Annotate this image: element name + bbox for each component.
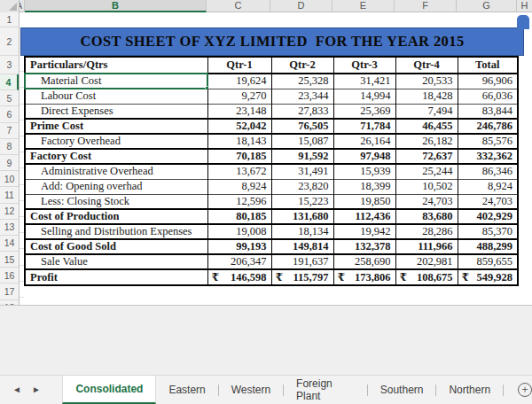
cell[interactable]: 332,362 bbox=[458, 149, 518, 164]
row-header-10[interactable]: 10 bbox=[0, 171, 19, 187]
row-header-5[interactable]: 5 bbox=[0, 90, 19, 106]
header-particulars[interactable]: Particulars/Qtrs bbox=[25, 57, 207, 74]
row-header-13[interactable]: 13 bbox=[0, 220, 19, 236]
sheet-tab-southern[interactable]: Southern bbox=[368, 376, 436, 404]
cell[interactable]: Profit bbox=[25, 269, 207, 285]
cell[interactable]: 13,672 bbox=[207, 164, 271, 179]
cell[interactable]: 8,924 bbox=[458, 179, 518, 194]
cell[interactable]: Prime Cost bbox=[25, 119, 207, 134]
column-header-g[interactable]: G bbox=[457, 0, 517, 12]
cell[interactable]: 246,786 bbox=[458, 119, 518, 134]
cell[interactable]: 402,929 bbox=[458, 209, 518, 224]
cell[interactable]: 46,455 bbox=[395, 119, 458, 134]
cell[interactable]: Administrative Overhead bbox=[25, 164, 207, 179]
cell[interactable]: 24,703 bbox=[395, 194, 458, 209]
cell[interactable]: 258,690 bbox=[333, 254, 395, 269]
cell[interactable]: 7,494 bbox=[395, 104, 458, 119]
cell[interactable]: 859,655 bbox=[458, 254, 518, 269]
cell[interactable]: Factory Overhead bbox=[25, 134, 207, 149]
sheet-tab-consolidated[interactable]: Consolidated bbox=[62, 376, 156, 404]
cell[interactable]: 20,533 bbox=[395, 74, 458, 89]
row-header-15[interactable]: 15 bbox=[0, 252, 19, 268]
cell[interactable]: 52,042 bbox=[207, 119, 271, 134]
row-header-3[interactable]: 3 bbox=[0, 56, 19, 74]
cell[interactable]: 86,346 bbox=[458, 164, 518, 179]
cell[interactable]: 80,185 bbox=[207, 209, 271, 224]
scroll-tabs-left-icon[interactable]: ◄ bbox=[12, 385, 21, 394]
cell[interactable]: 19,624 bbox=[207, 74, 271, 89]
row-header-6[interactable]: 6 bbox=[0, 106, 19, 122]
row-header-16[interactable]: 16 bbox=[0, 268, 19, 284]
cell[interactable]: 18,143 bbox=[207, 134, 271, 149]
cell[interactable]: 83,680 bbox=[395, 209, 458, 224]
column-header-h[interactable]: H bbox=[517, 0, 532, 12]
cell[interactable]: Factory Cost bbox=[25, 149, 207, 164]
cell[interactable]: ₹115,797 bbox=[271, 269, 333, 285]
cell[interactable]: 14,994 bbox=[333, 89, 395, 104]
sheet-tab-western[interactable]: Western bbox=[219, 376, 283, 404]
cell[interactable]: Sale Value bbox=[25, 254, 207, 269]
cell[interactable]: 26,164 bbox=[333, 134, 395, 149]
cell[interactable]: 149,814 bbox=[271, 239, 333, 254]
select-all-button[interactable] bbox=[0, 0, 20, 12]
cell[interactable]: 10,502 bbox=[395, 179, 458, 194]
cell[interactable]: 15,939 bbox=[333, 164, 395, 179]
cell[interactable]: 18,399 bbox=[333, 179, 395, 194]
cell[interactable]: 85,576 bbox=[458, 134, 518, 149]
cell[interactable]: 91,592 bbox=[271, 149, 333, 164]
row-header-12[interactable]: 12 bbox=[0, 204, 19, 220]
cell[interactable]: 28,286 bbox=[395, 224, 458, 239]
cell[interactable]: Less: Closing Stock bbox=[25, 194, 207, 209]
row-header-4[interactable]: 4 bbox=[0, 74, 19, 90]
cell[interactable]: Selling and Distribution Expenses bbox=[25, 224, 207, 239]
cell[interactable]: 112,436 bbox=[333, 209, 395, 224]
cell[interactable]: ₹146,598 bbox=[207, 269, 271, 285]
row-header-9[interactable]: 9 bbox=[0, 155, 19, 171]
cell[interactable]: 191,637 bbox=[271, 254, 333, 269]
cell[interactable]: 26,182 bbox=[395, 134, 458, 149]
cell[interactable]: 23,820 bbox=[271, 179, 333, 194]
column-header-c[interactable]: C bbox=[207, 0, 270, 12]
cell[interactable]: ₹549,928 bbox=[458, 269, 518, 285]
cell[interactable]: 24,703 bbox=[458, 194, 518, 209]
cell[interactable]: 27,833 bbox=[271, 104, 333, 119]
cell[interactable]: 23,344 bbox=[271, 89, 333, 104]
header-qtr4[interactable]: Qtr-4 bbox=[395, 57, 458, 74]
row-header-2[interactable]: 2 bbox=[0, 27, 19, 56]
header-total[interactable]: Total bbox=[458, 57, 518, 74]
cell[interactable]: 19,942 bbox=[333, 224, 395, 239]
cell[interactable]: 25,328 bbox=[271, 74, 333, 89]
cell[interactable]: 76,505 bbox=[271, 119, 333, 134]
cell[interactable]: 19,008 bbox=[207, 224, 271, 239]
row-header-11[interactable]: 11 bbox=[0, 187, 19, 203]
sheet-tab-northern[interactable]: Northern bbox=[436, 376, 503, 404]
cell[interactable]: Cost of Good Sold bbox=[25, 239, 207, 254]
header-qtr2[interactable]: Qtr-2 bbox=[271, 57, 333, 74]
cell[interactable]: 488,299 bbox=[458, 239, 518, 254]
cell[interactable]: 31,491 bbox=[271, 164, 333, 179]
cell[interactable]: 15,087 bbox=[271, 134, 333, 149]
cell[interactable]: 72,637 bbox=[395, 149, 458, 164]
cell[interactable]: 70,185 bbox=[207, 149, 271, 164]
cell[interactable]: 25,369 bbox=[333, 104, 395, 119]
cell[interactable]: 131,680 bbox=[271, 209, 333, 224]
cell[interactable]: 132,378 bbox=[333, 239, 395, 254]
cell[interactable]: 23,148 bbox=[207, 104, 271, 119]
cell[interactable]: Direct Expenses bbox=[25, 104, 207, 119]
cell[interactable]: Cost of Production bbox=[25, 209, 207, 224]
cell[interactable]: 202,981 bbox=[395, 254, 458, 269]
title-banner[interactable]: COST SHEET OF XYZ LIMITED FOR THE YEAR 2… bbox=[20, 27, 524, 56]
header-qtr3[interactable]: Qtr-3 bbox=[333, 57, 395, 74]
cell[interactable]: 12,596 bbox=[207, 194, 271, 209]
cell[interactable]: 31,421 bbox=[333, 74, 395, 89]
row-header-7[interactable]: 7 bbox=[0, 123, 19, 139]
cell[interactable]: ₹108,675 bbox=[395, 269, 458, 285]
fill-handle[interactable] bbox=[205, 86, 208, 89]
cell[interactable]: 15,223 bbox=[271, 194, 333, 209]
cell[interactable]: 97,948 bbox=[333, 149, 395, 164]
sheet-tab-foreign-plant[interactable]: Foreign Plant bbox=[284, 376, 367, 404]
cell[interactable]: 18,428 bbox=[395, 89, 458, 104]
row-header-17[interactable]: 17 bbox=[0, 284, 19, 299]
cell[interactable]: 9,270 bbox=[207, 89, 271, 104]
cell[interactable]: 19,850 bbox=[333, 194, 395, 209]
